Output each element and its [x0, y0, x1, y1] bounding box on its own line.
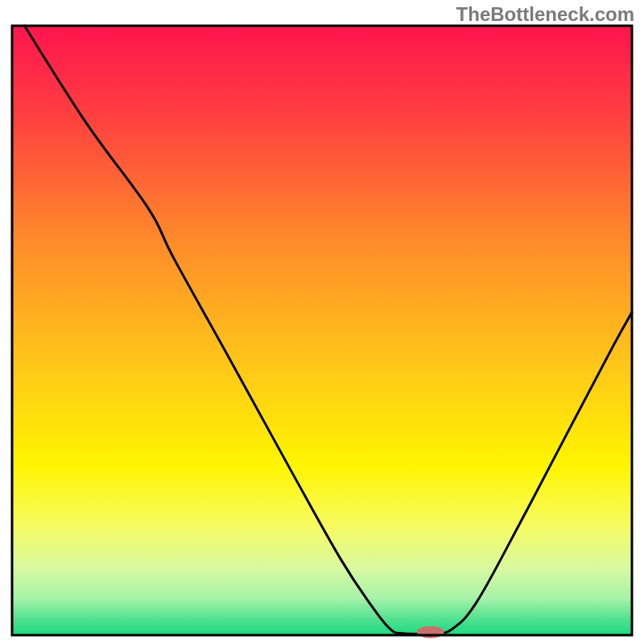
chart-svg [0, 0, 644, 644]
bottleneck-chart: TheBottleneck.com [0, 0, 644, 644]
optimal-marker [417, 626, 444, 638]
watermark-text: TheBottleneck.com [456, 3, 634, 26]
plot-background [12, 26, 632, 635]
